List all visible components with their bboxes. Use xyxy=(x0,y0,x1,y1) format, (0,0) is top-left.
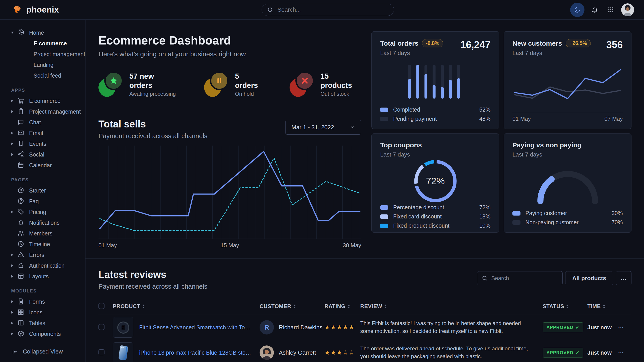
legend-swatch xyxy=(380,107,388,112)
product-link[interactable]: Fitbit Sense Advanced Smartwatch with To… xyxy=(139,324,253,331)
sidebar-item-social[interactable]: Social xyxy=(0,149,85,160)
sidebar-item-components[interactable]: Components xyxy=(0,329,85,339)
legend-item-non-paying-customer: Non-paying customer70% xyxy=(512,219,623,226)
sidebar-item-events[interactable]: Events xyxy=(0,138,85,149)
top-coupons-legend: Percentage discount72%Fixed card discoun… xyxy=(380,204,490,229)
new-customers-value: 356 xyxy=(606,39,623,50)
legend-label: Paying customer xyxy=(526,210,567,216)
page-subtitle: Here's what's going on at your business … xyxy=(98,50,361,58)
chevron-down-icon xyxy=(350,125,355,130)
column-header-time[interactable]: TIME xyxy=(588,303,618,310)
select-all-checkbox[interactable] xyxy=(98,303,104,309)
apps-menu-button[interactable] xyxy=(605,4,617,16)
legend-label: Pending payment xyxy=(393,116,437,122)
sidebar-item-home[interactable]: Home xyxy=(0,27,85,38)
calendar-icon xyxy=(18,162,24,169)
sidebar-item-e-commerce[interactable]: E commerce xyxy=(0,95,85,106)
row-actions-button[interactable]: ⋯ xyxy=(618,349,624,356)
bell-icon xyxy=(591,6,598,13)
legend-item-fixed-product-discount: Fixed product discount10% xyxy=(380,223,490,229)
new-customers-card: New customers +26.5% Last 7 days 356 01 … xyxy=(504,31,632,129)
legend-swatch xyxy=(380,214,388,219)
global-search[interactable] xyxy=(262,4,394,16)
caret-icon xyxy=(11,332,18,335)
check-icon: ✓ xyxy=(576,350,580,355)
reviews-subtitle: Payment received across all channels xyxy=(98,283,208,290)
sidebar-item-pricing[interactable]: Pricing xyxy=(0,207,85,217)
sidebar-item-tables[interactable]: Tables xyxy=(0,318,85,329)
new-customers-chart xyxy=(512,56,623,111)
sidebar-item-timeline[interactable]: Timeline xyxy=(0,239,85,250)
row-checkbox[interactable] xyxy=(98,349,104,355)
sidebar-item-calendar[interactable]: Calendar xyxy=(0,160,85,171)
sidebar-subitem-project-management[interactable]: Project management xyxy=(0,49,85,59)
legend-swatch xyxy=(380,224,388,228)
user-avatar[interactable] xyxy=(621,3,634,16)
stats-row: 57 new orders Awating processing 5 order… xyxy=(98,71,361,97)
sidebar-item-icons[interactable]: Icons xyxy=(0,307,85,318)
all-products-button[interactable]: All products xyxy=(565,271,613,285)
sidebar-section-apps: APPS xyxy=(0,88,85,93)
legend-item-paying-customer: Paying customer30% xyxy=(512,210,623,216)
date-range-select[interactable]: Mar 1 - 31, 2022 xyxy=(285,120,361,135)
legend-value: 70% xyxy=(612,219,623,226)
sidebar-item-label: Events xyxy=(29,141,46,147)
stat-5-orders: 5 orders On hold xyxy=(204,71,263,97)
paying-legend: Paying customer30%Non-paying customer70% xyxy=(512,210,623,226)
column-header-customer[interactable]: CUSTOMER xyxy=(260,303,324,310)
sidebar-subitem-landing[interactable]: Landing xyxy=(0,59,85,70)
sidebar-item-forms[interactable]: Forms xyxy=(0,296,85,307)
reviews-table: PRODUCTCUSTOMERRATINGREVIEWSTATUSTIME Fi… xyxy=(98,298,632,362)
legend-label: Percentage discount xyxy=(393,204,444,211)
legend-label: Non-paying customer xyxy=(526,219,579,226)
sidebar-item-notifications[interactable]: Notifications xyxy=(0,217,85,228)
sidebar-item-label: Chat xyxy=(29,119,41,126)
column-header-review[interactable]: REVIEW xyxy=(360,303,543,310)
new-customers-x-start: 01 May xyxy=(512,116,531,122)
icons-icon xyxy=(18,309,24,316)
collapsed-view-toggle[interactable]: Collapsed View xyxy=(0,341,85,362)
authentication-icon xyxy=(18,262,24,269)
errors-icon xyxy=(18,251,24,259)
sidebar-item-authentication[interactable]: Authentication xyxy=(0,260,85,271)
review-text: This Fitbit is fantastic! I was trying t… xyxy=(360,320,543,335)
legend-swatch xyxy=(512,211,520,216)
sidebar-item-chat[interactable]: Chat xyxy=(0,117,85,128)
sidebar-item-errors[interactable]: Errors xyxy=(0,250,85,260)
dark-mode-toggle[interactable] xyxy=(570,3,584,17)
forms-icon xyxy=(18,298,24,305)
reviews-more-button[interactable]: ... xyxy=(616,271,632,285)
product-link[interactable]: iPhone 13 pro max-Pacific Blue-128GB sto… xyxy=(139,350,253,356)
rating-stars: ★★★★★ xyxy=(324,324,360,331)
stat-sublabel: On hold xyxy=(235,91,263,97)
column-header-status[interactable]: STATUS xyxy=(543,303,588,310)
sort-icon xyxy=(293,304,296,309)
topbar: phoenix xyxy=(0,0,644,20)
column-header-product[interactable]: PRODUCT xyxy=(113,303,260,310)
sidebar-item-members[interactable]: Members xyxy=(0,228,85,239)
sidebar-item-project-management[interactable]: Project management xyxy=(0,106,85,117)
faq-icon xyxy=(18,198,24,205)
row-actions-button[interactable]: ⋯ xyxy=(618,324,624,331)
sidebar-item-label: Members xyxy=(29,230,52,237)
sidebar-subitem-e-commerce[interactable]: E commerce xyxy=(0,38,85,49)
reviews-search[interactable] xyxy=(477,271,562,285)
sidebar-item-email[interactable]: Email xyxy=(0,128,85,138)
reviews-search-input[interactable] xyxy=(491,275,558,282)
sidebar-item-layouts[interactable]: Layouts xyxy=(0,271,85,282)
sidebar-item-starter[interactable]: Starter xyxy=(0,185,85,196)
brand[interactable]: phoenix xyxy=(12,5,86,15)
sidebar-item-faq[interactable]: Faq xyxy=(0,196,85,207)
stat-sublabel: Out of stock xyxy=(320,91,361,97)
global-search-input[interactable] xyxy=(277,6,388,13)
chat-icon xyxy=(18,119,24,126)
row-checkbox[interactable] xyxy=(98,324,104,330)
column-header-rating[interactable]: RATING xyxy=(324,303,360,310)
tables-icon xyxy=(18,320,24,327)
main-content: Ecommerce Dashboard Here's what's going … xyxy=(86,20,644,362)
customer-name: Richard Dawkins xyxy=(279,324,322,331)
caret-icon xyxy=(11,110,18,113)
notifications-button[interactable] xyxy=(589,4,600,16)
sidebar-subitem-social-feed[interactable]: Social feed xyxy=(0,70,85,81)
sort-icon xyxy=(566,304,569,309)
